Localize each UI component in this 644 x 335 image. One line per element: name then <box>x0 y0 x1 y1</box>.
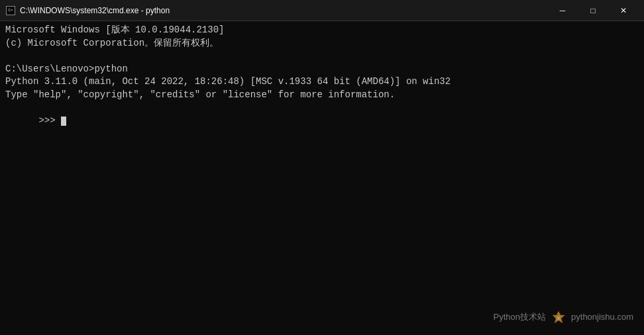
terminal-prompt-line: >>> <box>5 102 639 141</box>
terminal-line-4: C:\Users\Lenovo>python <box>5 63 639 76</box>
terminal-body[interactable]: Microsoft Windows [版本 10.0.19044.2130] (… <box>0 21 644 335</box>
title-bar: C:\WINDOWS\system32\cmd.exe - python ─ □… <box>0 0 644 21</box>
cursor <box>61 117 66 126</box>
window-title: C:\WINDOWS\system32\cmd.exe - python <box>20 6 170 15</box>
maximize-button[interactable]: □ <box>578 0 608 21</box>
terminal-line-3 <box>5 50 639 63</box>
terminal-prompt: >>> <box>38 115 61 126</box>
cmd-window: C:\WINDOWS\system32\cmd.exe - python ─ □… <box>0 0 644 335</box>
x-logo-icon: X <box>551 310 566 324</box>
watermark-site1: Python技术站 <box>494 311 546 323</box>
terminal-line-6: Type "help", "copyright", "credits" or "… <box>5 89 639 102</box>
close-button[interactable]: ✕ <box>608 0 639 21</box>
watermark: Python技术站 X pythonjishu.com <box>494 310 633 324</box>
terminal-line-2: (c) Microsoft Corporation。保留所有权利。 <box>5 37 639 50</box>
svg-text:X: X <box>557 315 561 321</box>
cmd-icon <box>5 5 16 16</box>
watermark-site2: pythonjishu.com <box>571 311 633 323</box>
terminal-line-1: Microsoft Windows [版本 10.0.19044.2130] <box>5 24 639 37</box>
minimize-button[interactable]: ─ <box>547 0 578 21</box>
window-controls: ─ □ ✕ <box>547 0 639 21</box>
terminal-line-5: Python 3.11.0 (main, Oct 24 2022, 18:26:… <box>5 75 639 89</box>
title-bar-left: C:\WINDOWS\system32\cmd.exe - python <box>5 5 170 16</box>
